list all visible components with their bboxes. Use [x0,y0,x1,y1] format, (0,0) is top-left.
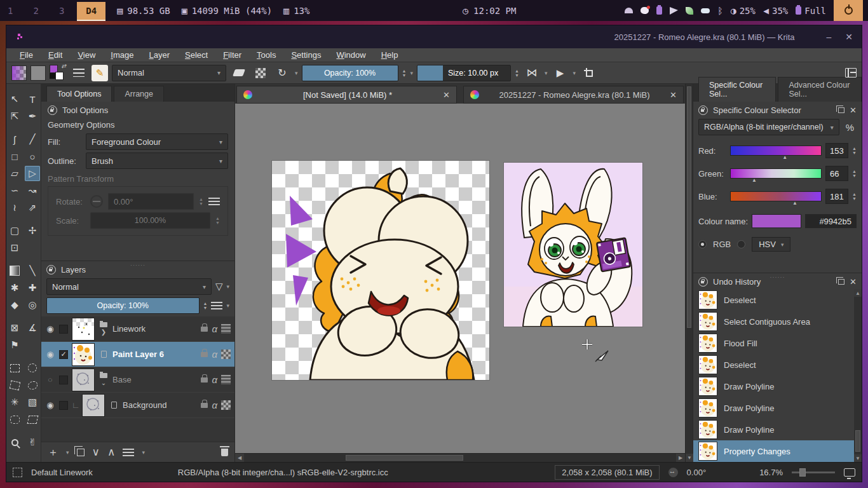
visibility-eye-icon[interactable]: ◉ [45,400,55,410]
tool-similar-select[interactable]: ▧ [25,395,40,410]
undo-scroll-thumb[interactable] [855,430,860,452]
scroll-down-icon[interactable]: ▼ [854,454,862,462]
pattern-swatch[interactable] [31,65,46,81]
layer-filter-caret-icon[interactable]: ▾ [226,283,229,290]
tool-fill[interactable]: ◆ [7,297,22,313]
brush-preset-name[interactable]: Default Linework [31,468,93,477]
move-layer-up-button[interactable]: ∧ [107,445,115,459]
tool-polygon[interactable]: ▱ [7,166,22,181]
cloud-icon[interactable] [701,8,710,13]
red-slider[interactable]: ▲ [730,146,822,156]
menu-layer[interactable]: Layer [142,50,177,60]
scale-value[interactable]: 100.00% [91,213,210,228]
hsv-select[interactable]: HSV ▾ [752,237,790,252]
undo-item[interactable]: Draw Polyline [693,376,854,397]
undo-item[interactable]: Draw Polyline [693,419,854,440]
tool-select-shapes[interactable]: ↖ [7,92,22,107]
battery-indicator[interactable]: Full [796,6,826,16]
alpha-lock-icon[interactable]: α [212,349,217,360]
tool-polyline[interactable]: ▷ [25,166,40,181]
panel-lock-icon[interactable] [698,277,708,287]
red-value-input[interactable]: 153 [825,143,848,158]
bluetooth-icon[interactable]: ᛒ [717,6,722,16]
battery-indicator-icon[interactable] [656,6,662,15]
menu-file[interactable]: File [13,50,40,60]
mirror-horizontal-caret-icon[interactable]: ▾ [545,70,548,76]
add-layer-caret-icon[interactable]: ▾ [66,449,69,456]
tool-reference-images[interactable]: ⚑ [7,337,22,353]
add-layer-button[interactable]: ＋ [48,445,58,459]
reload-caret-icon[interactable]: ▾ [295,70,298,76]
panel-lock-icon[interactable] [48,105,57,115]
fill-select[interactable]: Foreground Colour ▾ [86,133,228,150]
tool-edit-shapes[interactable]: ⇱ [7,109,22,124]
opacity-slider[interactable]: Opacity: 100% [302,65,398,81]
hsx-radio[interactable] [737,240,745,248]
workspace-chooser-button[interactable] [845,68,857,78]
rgb-radio[interactable] [698,240,707,248]
canvas-only-mode-icon[interactable] [844,468,855,477]
colour-hex-value[interactable]: #9942b5 [805,214,857,228]
reload-preset-button[interactable]: ↻ [273,64,291,82]
tool-pan[interactable]: ✌ [25,435,40,450]
background-color[interactable] [55,72,64,80]
layer-row-background[interactable]: ◉ ∟ Background α [41,393,234,418]
menu-help[interactable]: Help [374,50,405,60]
brush-presets-button[interactable] [70,64,88,82]
telegram-icon[interactable] [670,7,678,15]
mirror-vertical-button[interactable]: ▶ [551,64,569,82]
tab-arrange[interactable]: Arrange [114,86,163,102]
inherit-alpha-icon[interactable] [221,375,231,384]
tool-polygon-select[interactable] [7,377,22,393]
layer-options-caret-icon[interactable]: ▾ [226,302,229,309]
foreground-background-colors[interactable]: ⇄ [50,65,66,81]
tool-measure[interactable]: ∡ [25,320,40,336]
blending-mode-select[interactable]: Normal ▾ [112,65,226,81]
brightness-indicator[interactable]: ◑ 25% [731,5,756,17]
layer-opacity-spinner[interactable]: ▲▼ [203,301,208,310]
rotate-options-icon[interactable] [208,198,220,205]
vertical-scrollbar[interactable]: ▼ [685,84,693,462]
layer-row-paint-layer-6[interactable]: ◉ ✓ Paint Layer 6 α [41,342,234,367]
menu-image[interactable]: Image [104,50,140,60]
panel-lock-icon[interactable] [698,105,708,115]
visibility-eye-icon[interactable]: ○ [45,375,55,384]
alpha-lock-icon[interactable]: α [212,323,217,334]
tool-rectangle[interactable]: □ [7,149,22,164]
move-layer-down-button[interactable]: ∨ [92,445,100,459]
zoom-value[interactable]: 16.7% [759,468,783,477]
duplicate-layer-button[interactable] [77,449,85,456]
panel-lock-icon[interactable] [46,265,56,274]
outline-select[interactable]: Brush ▾ [86,152,228,169]
rotate-spinner[interactable]: ▲▼ [199,197,203,206]
tab-tool-options[interactable]: Tool Options [46,86,112,102]
tab-advanced-colour-selector[interactable]: Advanced Colour Sel... [778,77,862,102]
volume-indicator[interactable]: ◀ 35% [763,5,788,17]
doc-tab-unsaved[interactable]: [Not Saved] (14.0 MiB) * ✕ [236,86,457,104]
tool-transform[interactable]: ▢ [7,223,22,238]
menu-edit[interactable]: Edit [41,50,69,60]
canvas-rotation-icon[interactable] [668,468,678,477]
panel-drag-handle[interactable]: ······ [770,274,785,280]
tool-zoom[interactable] [7,435,22,450]
tool-calligraphy[interactable]: ✒ [25,109,40,124]
menu-tools[interactable]: Tools [250,50,283,60]
green-slider[interactable]: ▲ [730,168,822,179]
opacity-caret-icon[interactable]: ▾ [410,70,413,76]
close-tab-icon[interactable]: ✕ [670,90,677,100]
menu-window[interactable]: Window [329,50,372,60]
layer-blend-select[interactable]: Normal ▾ [46,278,212,295]
collapse-chevron-icon[interactable]: ⌄ [101,379,106,386]
tool-patch[interactable]: ✱ [7,280,22,295]
leaf-app-icon[interactable] [686,7,693,15]
rotate-dial[interactable] [90,195,103,208]
layer-checkbox[interactable] [59,325,68,334]
tool-crop[interactable]: ⊡ [7,240,22,255]
blue-value-input[interactable]: 181 [825,189,848,204]
green-spinner[interactable]: ▲▼ [852,169,857,178]
opacity-spinner[interactable]: ▲▼ [402,69,407,78]
preserve-alpha-button[interactable] [252,64,269,82]
tool-dynamic-brush[interactable]: ≀ [7,200,22,215]
float-panel-icon[interactable] [838,279,844,285]
eraser-mode-button[interactable] [230,64,248,82]
